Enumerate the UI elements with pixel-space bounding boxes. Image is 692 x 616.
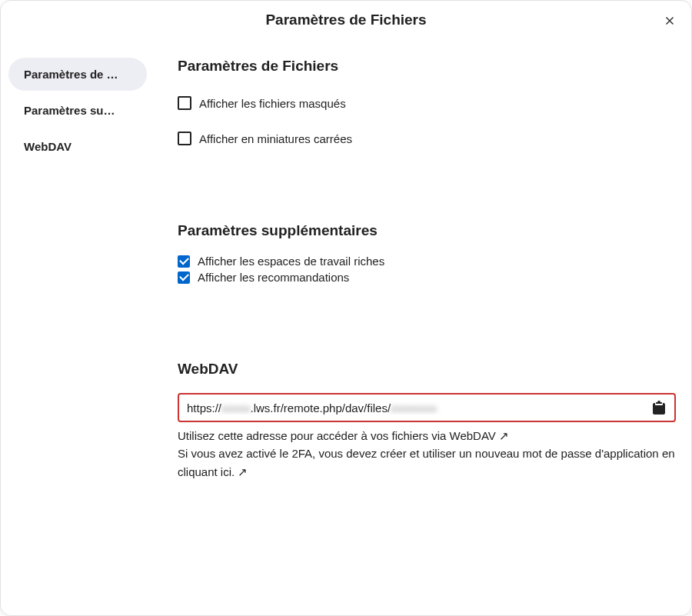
webdav-help-link[interactable]: Utilisez cette adresse pour accéder à vo…	[178, 427, 676, 445]
section-webdav: WebDAV https://xxxxx.lws.fr/remote.php/d…	[178, 361, 676, 481]
checkbox-row-square-thumbs[interactable]: Afficher en miniatures carrées	[178, 132, 676, 145]
section-title: Paramètres de Fichiers	[178, 58, 676, 75]
clipboard-icon	[653, 401, 665, 415]
sidebar-item-additional-settings[interactable]: Paramètres su…	[8, 94, 147, 127]
file-settings-modal: Paramètres de Fichiers Paramètres de … P…	[0, 0, 692, 616]
checkbox-label: Afficher en miniatures carrées	[199, 132, 352, 145]
close-button[interactable]	[659, 10, 680, 32]
checkbox-icon	[178, 271, 190, 284]
section-additional-settings: Paramètres supplémentaires Afficher les …	[178, 222, 676, 284]
webdav-2fa-link[interactable]: Si vous avez activé le 2FA, vous devez c…	[178, 445, 676, 481]
settings-sidebar: Paramètres de … Paramètres su… WebDAV	[1, 36, 155, 615]
webdav-url-value: https://xxxxx.lws.fr/remote.php/dav/file…	[187, 401, 651, 415]
section-title: WebDAV	[178, 361, 676, 378]
section-title: Paramètres supplémentaires	[178, 222, 676, 239]
checkbox-row-recommendations[interactable]: Afficher les recommandations	[178, 271, 676, 284]
settings-content: Paramètres de Fichiers Afficher les fich…	[155, 36, 691, 615]
section-file-settings: Paramètres de Fichiers Afficher les fich…	[178, 58, 676, 145]
sidebar-item-file-settings[interactable]: Paramètres de …	[8, 58, 147, 91]
checkbox-label: Afficher les espaces de travail riches	[198, 255, 384, 268]
close-icon	[663, 14, 677, 28]
webdav-url-field[interactable]: https://xxxxx.lws.fr/remote.php/dav/file…	[178, 393, 676, 422]
modal-body: Paramètres de … Paramètres su… WebDAV Pa…	[1, 36, 691, 615]
checkbox-label: Afficher les fichiers masqués	[199, 97, 346, 110]
sidebar-item-webdav[interactable]: WebDAV	[8, 130, 147, 163]
sidebar-item-label: WebDAV	[24, 140, 72, 153]
modal-title: Paramètres de Fichiers	[265, 12, 426, 28]
checkbox-row-hidden-files[interactable]: Afficher les fichiers masqués	[178, 96, 676, 110]
checkbox-label: Afficher les recommandations	[198, 271, 349, 284]
checkbox-icon	[178, 96, 191, 110]
checkbox-icon	[178, 132, 191, 145]
checkbox-icon	[178, 255, 190, 268]
modal-header: Paramètres de Fichiers	[1, 1, 691, 36]
sidebar-item-label: Paramètres de …	[24, 68, 118, 81]
checkbox-row-rich-workspaces[interactable]: Afficher les espaces de travail riches	[178, 255, 676, 268]
copy-button[interactable]	[651, 399, 667, 416]
sidebar-item-label: Paramètres su…	[24, 104, 115, 117]
